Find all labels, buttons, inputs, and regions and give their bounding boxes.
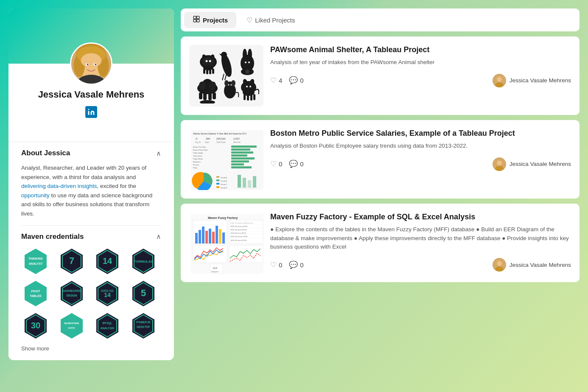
- linkedin-icon[interactable]: [85, 106, 97, 118]
- project-thumbnail-2[interactable]: Atlantic Service Salaries: 5-Year Med Sa…: [189, 129, 263, 190]
- svg-point-100: [249, 86, 251, 87]
- badge-mysql-analysis: MYSQL ANALYSIS: [93, 311, 122, 340]
- svg-marker-26: [25, 281, 47, 306]
- svg-text:Med Sal: Med Sal: [233, 141, 241, 143]
- likes-stat-1[interactable]: ♡ 4: [270, 76, 282, 85]
- about-text: Analyst, Researcher, and Leader with 20 …: [21, 163, 161, 218]
- project-thumbnail-1[interactable]: [189, 45, 263, 106]
- about-chevron-icon[interactable]: ∧: [156, 149, 161, 157]
- project-stats-3: ♡ 0 💬 0: [270, 260, 304, 269]
- svg-rect-68: [212, 69, 214, 74]
- svg-point-95: [231, 84, 232, 85]
- svg-point-75: [243, 49, 247, 61]
- svg-text:order_id  session  website  pr: order_id session website price: [230, 222, 254, 224]
- tab-liked-projects[interactable]: ♡ Liked Projects: [238, 12, 303, 28]
- svg-rect-119: [231, 146, 257, 148]
- page-container: Jessica Vasale Mehrens About Jessica ∧ A…: [8, 8, 580, 360]
- svg-rect-65: [203, 69, 205, 74]
- svg-point-150: [497, 160, 502, 165]
- svg-text:ANALYST: ANALYST: [29, 262, 43, 265]
- svg-point-92: [224, 80, 229, 86]
- likes-count-1: 4: [279, 77, 282, 84]
- comments-stat-1[interactable]: 💬 0: [289, 76, 303, 85]
- divider-2: [21, 225, 161, 226]
- svg-rect-156: [199, 230, 201, 244]
- svg-text:1001    101     /home   49.99: 1001 101 /home 49.99: [230, 225, 248, 227]
- svg-rect-66: [206, 69, 208, 74]
- svg-rect-146: [248, 180, 251, 188]
- svg-text:Total Empl: Total Empl: [216, 141, 225, 143]
- comments-count-2: 0: [300, 160, 303, 168]
- avatar: [70, 42, 112, 85]
- svg-rect-136: [216, 176, 219, 178]
- project-footer-2: ♡ 0 💬 0: [270, 157, 571, 171]
- comments-stat-2[interactable]: 💬 0: [289, 160, 303, 168]
- svg-rect-86: [203, 92, 207, 100]
- author-name-3: Jessica Vasale Mehrens: [510, 262, 571, 268]
- svg-text:7: 7: [69, 255, 74, 266]
- svg-text:1003    103     /cart   89.99: 1003 103 /cart 89.99: [230, 232, 246, 234]
- svg-text:Group A: Group A: [221, 176, 227, 179]
- svg-point-80: [245, 70, 249, 74]
- project-title-3[interactable]: Maven Fuzzy Factory - Example of SQL & E…: [270, 212, 571, 222]
- comments-stat-3[interactable]: 💬 0: [289, 260, 303, 269]
- main-content: Projects ♡ Liked Projects: [181, 8, 580, 360]
- badge-power-bi: POWER BI DESKTOP: [129, 311, 158, 340]
- svg-text:-5: -5: [195, 137, 198, 140]
- svg-text:Diagram: Diagram: [211, 271, 218, 273]
- svg-text:TABLES: TABLES: [30, 294, 42, 297]
- svg-point-6: [81, 53, 102, 68]
- badge-data-viz: DATA VIZ 14: [93, 279, 122, 308]
- svg-rect-88: [213, 92, 216, 99]
- tabs-container: Projects ♡ Liked Projects: [181, 8, 580, 31]
- svg-text:2,207: 2,207: [233, 137, 240, 140]
- svg-marker-71: [219, 53, 221, 56]
- svg-text:EER: EER: [213, 267, 218, 269]
- likes-stat-3[interactable]: ♡ 0: [270, 260, 282, 269]
- svg-text:NARRATING: NARRATING: [64, 322, 79, 325]
- svg-point-99: [246, 86, 248, 87]
- svg-rect-12: [88, 111, 90, 115]
- svg-rect-102: [244, 94, 246, 100]
- svg-text:Finance: Finance: [193, 164, 199, 166]
- show-more-button[interactable]: Show more: [21, 345, 161, 352]
- svg-rect-160: [212, 232, 215, 244]
- project-footer-3: ♡ 0 💬 0: [270, 258, 571, 272]
- svg-rect-162: [219, 229, 221, 244]
- svg-text:235,515: 235,515: [216, 137, 226, 140]
- project-footer-1: ♡ 4 💬 0: [270, 74, 571, 87]
- comments-count-3: 0: [300, 261, 303, 269]
- svg-point-93: [231, 80, 235, 86]
- svg-rect-56: [193, 20, 196, 22]
- author-avatar-1: [493, 74, 506, 87]
- svg-text:Public Works: Public Works: [193, 158, 203, 160]
- author-name-2: Jessica Vasale Mehrens: [510, 161, 571, 167]
- project-title-1[interactable]: PAWsome Animal Shelter, A Tableau Projec…: [270, 45, 571, 55]
- svg-marker-29: [61, 281, 83, 306]
- about-section: About Jessica ∧ Analyst, Researcher, and…: [8, 149, 174, 218]
- about-section-header: About Jessica ∧: [21, 149, 161, 157]
- svg-text:DATA: DATA: [68, 327, 75, 329]
- credentials-section: Maven credentials ∧ THINKING ANALYST: [8, 232, 174, 352]
- svg-marker-43: [61, 313, 83, 339]
- project-desc-1: Analysis of ten year of intakes from the…: [270, 58, 571, 67]
- badge-formulas: FORMULAS: [129, 247, 158, 276]
- credentials-chevron-icon[interactable]: ∧: [156, 232, 161, 241]
- likes-stat-2[interactable]: ♡ 0: [270, 160, 282, 168]
- svg-text:14: 14: [103, 256, 112, 266]
- svg-point-107: [497, 77, 502, 82]
- heart-icon-2: ♡: [270, 160, 277, 168]
- svg-rect-67: [209, 69, 211, 74]
- likes-count-3: 0: [279, 261, 282, 269]
- project-thumbnail-3[interactable]: Maven Fuzzy Factory: [189, 212, 263, 274]
- project-title-2[interactable]: Boston Metro Public Service Salaries, Ex…: [270, 129, 571, 138]
- svg-text:Parks: Parks: [193, 167, 197, 169]
- svg-rect-104: [250, 94, 252, 101]
- svg-point-78: [248, 62, 250, 63]
- svg-text:14: 14: [104, 291, 111, 298]
- credentials-title: Maven credentials: [21, 232, 84, 241]
- badge-5: 5: [129, 279, 158, 308]
- tab-projects[interactable]: Projects: [184, 12, 236, 28]
- svg-rect-138: [216, 179, 219, 181]
- svg-rect-125: [231, 163, 244, 165]
